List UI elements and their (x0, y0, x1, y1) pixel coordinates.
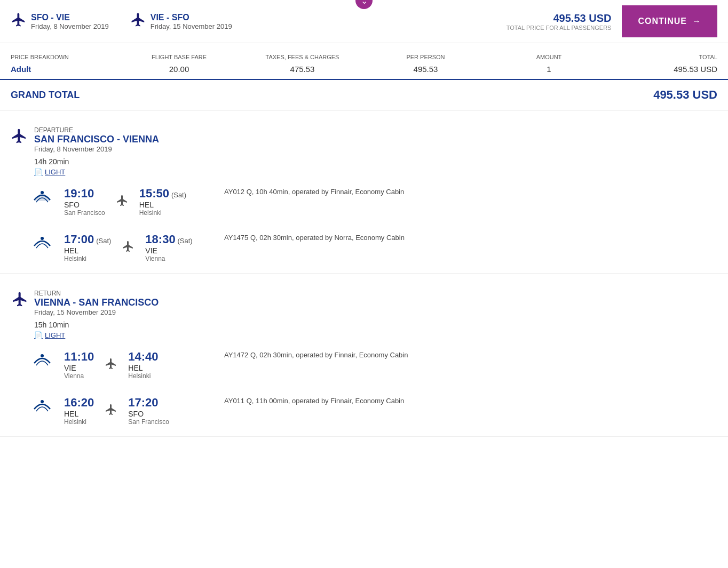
departure-legs: 19:10 SFO San Francisco 15:50 (Sat) (32, 187, 717, 262)
svg-point-8 (41, 400, 44, 403)
col-per-person: PER PERSON (364, 54, 487, 60)
passenger-type-adult: Adult (11, 65, 117, 74)
departure-info: DEPARTURE SAN FRANCISCO - VIENNA Friday,… (34, 126, 159, 176)
return-plane-icon (11, 291, 28, 311)
svg-point-4 (41, 237, 44, 240)
dep-leg2-depart-time: 17:00 (64, 233, 94, 246)
return-duration: 15h 10min (34, 321, 159, 329)
dep-leg1-depart-city: San Francisco (64, 209, 105, 217)
dep-leg1-times: 19:10 SFO San Francisco 15:50 (Sat) (64, 187, 213, 217)
departure-leg-2: 17:00 (Sat) HEL Helsinki 18:30 (Sat) (32, 233, 717, 262)
total-price-section: 495.53 USD TOTAL PRICE FOR ALL PASSENGER… (507, 12, 612, 31)
dep-leg1-depart-time: 19:10 (64, 187, 94, 200)
return-leg-1: 11:10 VIE Vienna 14:40 HEL (32, 350, 717, 380)
price-breakdown-header: PRICE BREAKDOWN FLIGHT BASE FARE TAXES, … (11, 54, 717, 60)
dep-leg1-arrive-time: 15:50 (139, 187, 169, 200)
return-legs: 11:10 VIE Vienna 14:40 HEL (32, 350, 717, 426)
price-breakdown-section: PRICE BREAKDOWN FLIGHT BASE FARE TAXES, … (0, 43, 728, 80)
outbound-route: SFO - VIE Friday, 8 November 2019 (11, 12, 109, 31)
dep-leg2-depart-city: Helsinki (64, 255, 111, 262)
adult-base-fare: 20.00 (117, 65, 241, 74)
dep-leg2-depart-suffix: (Sat) (96, 237, 111, 245)
outbound-route-date: Friday, 8 November 2019 (31, 22, 109, 30)
finnair-logo-2 (32, 235, 53, 252)
return-leg-2: 16:20 HEL Helsinki 17:20 SFO (32, 396, 717, 426)
departure-fare-type[interactable]: 📄 LIGHT (34, 168, 159, 176)
ret-leg1-depart-code: VIE (64, 364, 94, 372)
dep-leg2-depart: 17:00 (Sat) HEL Helsinki (64, 233, 111, 262)
return-date: Friday, 15 November 2019 (34, 308, 159, 316)
dep-leg2-arrive-time: 18:30 (145, 233, 175, 246)
dep-leg1-arrive: 15:50 (Sat) HEL Helsinki (139, 187, 186, 217)
return-header: RETURN VIENNA - SAN FRANCISCO Friday, 15… (11, 290, 717, 339)
luggage-icon: 📄 (34, 168, 43, 176)
grand-total-label: GRAND TOTAL (11, 90, 80, 101)
flights-summary: SFO - VIE Friday, 8 November 2019 VIE - … (11, 12, 507, 31)
col-flight-base-fare: FLIGHT BASE FARE (117, 54, 241, 60)
dep-leg2-details: AY1475 Q, 02h 30min, operated by Norra, … (224, 233, 405, 243)
ret-leg1-depart: 11:10 VIE Vienna (64, 350, 94, 380)
return-route-code: VIE - SFO (151, 13, 232, 22)
departure-leg-1: 19:10 SFO San Francisco 15:50 (Sat) (32, 187, 717, 217)
total-price-label: TOTAL PRICE FOR ALL PASSENGERS (507, 25, 612, 31)
finnair-logo-1 (32, 189, 53, 206)
departure-date: Friday, 8 November 2019 (34, 145, 159, 153)
plane-depart-icon (11, 12, 27, 31)
svg-point-6 (41, 354, 44, 357)
dep-leg1-arrive-suffix: (Sat) (171, 191, 186, 199)
return-fare-type[interactable]: 📄 LIGHT (34, 331, 159, 339)
ret-leg2-arrive: 17:20 SFO San Francisco (128, 396, 169, 426)
adult-taxes: 475.53 (241, 65, 364, 74)
svg-point-2 (41, 191, 44, 194)
departure-header: DEPARTURE SAN FRANCISCO - VIENNA Friday,… (11, 126, 717, 176)
plane-return-icon (130, 12, 146, 31)
dep-leg1-arrive-city: Helsinki (139, 209, 186, 217)
grand-total-amount: 495.53 USD (653, 88, 717, 102)
arrow-right-icon: → (692, 17, 701, 26)
departure-type-label: DEPARTURE (34, 126, 159, 134)
ret-leg2-depart: 16:20 HEL Helsinki (64, 396, 94, 426)
ret-leg1-arrive-code: HEL (128, 364, 158, 372)
flight-arrow-icon-3 (105, 357, 117, 373)
ret-leg2-depart-code: HEL (64, 410, 94, 418)
ret-leg1-depart-time: 11:10 (64, 350, 94, 363)
return-route: VIENNA - SAN FRANCISCO (34, 297, 159, 308)
dep-leg2-arrive-suffix: (Sat) (178, 237, 193, 245)
ret-leg2-arrive-city: San Francisco (128, 418, 169, 426)
grand-total-row: GRAND TOTAL 495.53 USD (0, 80, 728, 110)
continue-label: CONTINUE (638, 17, 687, 26)
dep-leg1-arrive-code: HEL (139, 201, 186, 209)
departure-section: DEPARTURE SAN FRANCISCO - VIENNA Friday,… (0, 110, 728, 274)
col-total: TOTAL (611, 54, 717, 60)
dep-leg2-arrive-city: Vienna (145, 255, 192, 262)
booking-bar: ⌄ SFO - VIE Friday, 8 November 2019 VIE … (0, 0, 728, 43)
continue-button[interactable]: CONTINUE → (622, 5, 717, 37)
return-route-date: Friday, 15 November 2019 (151, 22, 232, 30)
departure-duration: 14h 20min (34, 157, 159, 166)
dep-leg2-arrive: 18:30 (Sat) VIE Vienna (145, 233, 192, 262)
dep-leg2-depart-code: HEL (64, 246, 111, 255)
dep-leg1-depart: 19:10 SFO San Francisco (64, 187, 105, 217)
adult-total: 495.53 USD (611, 65, 717, 74)
price-breakdown-adult-row: Adult 20.00 475.53 495.53 1 495.53 USD (11, 65, 717, 74)
finnair-logo-4 (32, 398, 53, 415)
flight-arrow-icon-1 (116, 194, 129, 210)
return-route: VIE - SFO Friday, 15 November 2019 (130, 12, 232, 31)
ret-leg1-arrive-time: 14:40 (128, 350, 158, 363)
ret-leg2-details: AY011 Q, 11h 00min, operated by Finnair,… (224, 396, 404, 406)
chevron-down-icon[interactable]: ⌄ (355, 0, 373, 9)
return-section: RETURN VIENNA - SAN FRANCISCO Friday, 15… (0, 274, 728, 437)
ret-leg1-times: 11:10 VIE Vienna 14:40 HEL (64, 350, 213, 380)
departure-route: SAN FRANCISCO - VIENNA (34, 134, 159, 145)
ret-leg1-depart-city: Vienna (64, 372, 94, 380)
ret-leg2-arrive-time: 17:20 (128, 396, 158, 409)
luggage-icon-return: 📄 (34, 331, 43, 339)
ret-leg2-depart-time: 16:20 (64, 396, 94, 409)
flight-arrow-icon-2 (122, 240, 134, 255)
total-price-amount: 495.53 USD (507, 12, 612, 25)
ret-leg1-arrive-city: Helsinki (128, 372, 158, 380)
return-info: RETURN VIENNA - SAN FRANCISCO Friday, 15… (34, 290, 159, 339)
dep-leg1-depart-code: SFO (64, 201, 105, 209)
return-type-label: RETURN (34, 290, 159, 297)
ret-leg2-arrive-code: SFO (128, 410, 169, 418)
